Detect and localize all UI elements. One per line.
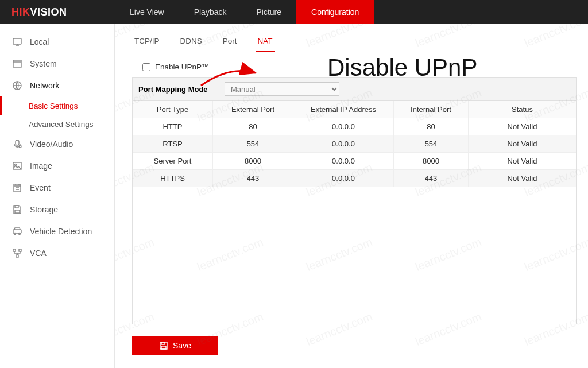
sidebar-sub-basic-settings[interactable]: Basic Settings [0,96,114,115]
col-status: Status [469,101,576,118]
svg-rect-18 [161,346,166,349]
save-button-label: Save [173,341,191,350]
svg-rect-17 [161,342,165,344]
globe-icon [11,80,23,91]
sidebar-item-image[interactable]: Image [0,155,114,177]
save-button[interactable]: Save [132,336,218,355]
sidebar-item-local[interactable]: Local [0,31,114,53]
table-row[interactable]: RTSP5540.0.0.0554Not Valid [133,135,576,153]
svg-point-12 [19,233,21,235]
event-icon [11,182,23,193]
port-mapping-mode-select[interactable]: Manual [225,82,339,96]
sidebar-item-network[interactable]: Network [0,75,114,96]
table-row[interactable]: HTTP800.0.0.080Not Valid [133,118,576,135]
cell-external-ip: 0.0.0.0 [293,118,394,135]
svg-rect-9 [15,210,20,213]
vca-icon [11,247,23,259]
svg-rect-14 [19,249,21,251]
cell-port-type: Server Port [133,153,213,169]
svg-point-4 [19,145,21,148]
cell-internal-port: 443 [394,170,469,187]
cell-internal-port: 554 [394,135,469,152]
monitor-icon [11,36,23,48]
cell-external-port: 443 [213,170,293,187]
nav-configuration[interactable]: Configuration [296,0,374,24]
svg-point-11 [14,233,16,235]
save-icon [159,341,168,350]
col-internal-port: Internal Port [394,101,469,118]
sidebar-item-vca[interactable]: VCA [0,242,114,264]
nav-picture[interactable]: Picture [241,0,296,24]
table-header-row: Port Type External Port External IP Addr… [133,101,576,118]
sidebar-item-system[interactable]: System [0,53,114,75]
cell-port-type: HTTP [133,118,213,135]
annotation-text: Disable UPnP [327,54,477,82]
col-port-type: Port Type [133,101,213,118]
cell-internal-port: 80 [394,118,469,135]
cell-status: Not Valid [469,135,576,152]
sidebar-item-video-audio[interactable]: Video/Audio [0,133,114,155]
subtab-tcp-ip[interactable]: TCP/IP [132,32,162,52]
svg-rect-15 [16,255,18,257]
enable-upnp-checkbox[interactable] [142,63,150,71]
svg-rect-0 [13,38,21,44]
cell-external-ip: 0.0.0.0 [293,135,394,152]
cell-external-port: 554 [213,135,293,152]
subtab-ddns[interactable]: DDNS [178,32,204,52]
cell-status: Not Valid [469,118,576,135]
sidebar-sub-advanced-settings[interactable]: Advanced Settings [0,115,114,133]
cell-port-type: RTSP [133,135,213,152]
table-row[interactable]: HTTPS4430.0.0.0443Not Valid [133,170,576,187]
cell-port-type: HTTPS [133,170,213,187]
svg-rect-1 [13,60,21,67]
cell-status: Not Valid [469,153,576,169]
cell-internal-port: 8000 [394,153,469,169]
port-mapping-mode-label: Port Mapping Mode [138,85,225,94]
svg-rect-13 [13,249,16,251]
subtab-port[interactable]: Port [220,32,239,52]
sidebar: LocalSystemNetworkBasic SettingsAdvanced… [0,24,115,368]
subtab-bar: TCP/IPDDNSPortNAT [132,32,577,52]
table-row[interactable]: Server Port80000.0.0.08000Not Valid [133,153,576,170]
cell-external-ip: 0.0.0.0 [293,170,394,187]
content-area: learncctv.comlearncctv.comlearncctv.coml… [115,24,588,368]
storage-icon [11,204,23,215]
svg-rect-3 [16,140,19,145]
subtab-nat[interactable]: NAT [256,32,275,52]
cell-status: Not Valid [469,170,576,187]
col-external-ip: External IP Address [293,101,394,118]
cell-external-port: 8000 [213,153,293,169]
enable-upnp-label: Enable UPnP™ [155,63,210,71]
sidebar-item-storage[interactable]: Storage [0,199,114,220]
cell-external-ip: 0.0.0.0 [293,153,394,169]
svg-rect-8 [15,206,18,208]
vehicle-icon [11,226,23,237]
top-header: HIKVISION Live ViewPlaybackPictureConfig… [0,0,588,24]
nav-playback[interactable]: Playback [179,0,242,24]
cell-external-port: 80 [213,118,293,135]
sidebar-item-vehicle-detection[interactable]: Vehicle Detection [0,220,114,242]
col-external-port: External Port [213,101,293,118]
image-icon [11,160,23,172]
brand-logo: HIKVISION [0,6,115,18]
top-nav: Live ViewPlaybackPictureConfiguration [115,0,374,24]
mic-icon [11,138,23,150]
system-icon [11,58,23,69]
port-mapping-table: Port Type External Port External IP Addr… [132,100,577,324]
sidebar-item-event[interactable]: Event [0,177,114,199]
nav-live-view[interactable]: Live View [115,0,179,24]
